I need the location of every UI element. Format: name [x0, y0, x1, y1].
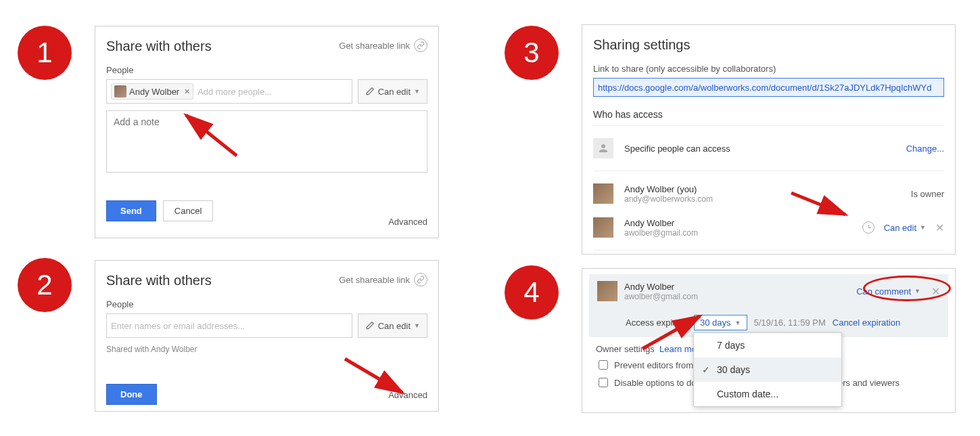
user-name: Andy Wolber — [624, 282, 849, 292]
caret-down-icon: ▼ — [920, 224, 926, 231]
prevent-editors-label: Prevent editors from c — [614, 360, 700, 370]
caret-down-icon: ▼ — [414, 88, 420, 95]
permission-label: Can edit — [884, 223, 916, 233]
chip-name: Andy Wolber — [129, 87, 179, 97]
avatar-icon — [597, 281, 617, 301]
permission-dropdown[interactable]: Can edit ▼ — [884, 223, 926, 233]
user-name: Andy Wolber (you) — [624, 184, 911, 194]
dialog-title: Sharing settings — [593, 37, 944, 53]
people-input[interactable]: Andy Wolber ✕ Add more people... — [106, 79, 352, 104]
person-generic-icon — [593, 138, 613, 158]
user-row: Andy Wolber awolber@gmail.com Can commen… — [589, 274, 948, 308]
share-url-input[interactable] — [593, 78, 944, 97]
people-label: People — [106, 299, 427, 309]
send-button[interactable]: Send — [106, 200, 156, 221]
people-input[interactable]: Enter names or email addresses... — [106, 313, 352, 338]
permission-dropdown[interactable]: Can edit ▼ — [358, 313, 427, 338]
prevent-editors-checkbox[interactable] — [599, 360, 608, 370]
share-dialog-2: Share with others Get shareable link Peo… — [95, 260, 439, 412]
caret-down-icon: ▼ — [914, 288, 920, 295]
access-visibility-row: Specific people can access Change... — [593, 131, 944, 165]
permission-label: Can edit — [378, 321, 411, 331]
expiration-date: 5/19/16, 11:59 PM — [754, 318, 826, 328]
link-share-label: Link to share (only accessible by collab… — [593, 64, 944, 74]
expires-label: Access expires: — [626, 318, 687, 328]
remove-user-x[interactable]: ✕ — [931, 285, 940, 298]
disable-download-checkbox[interactable] — [599, 378, 608, 387]
step-badge-2: 2 — [18, 258, 72, 312]
expiration-option-30days[interactable]: 30 days — [694, 357, 841, 382]
caret-down-icon: ▼ — [735, 320, 741, 326]
people-label: People — [106, 65, 427, 75]
get-shareable-link[interactable]: Get shareable link — [339, 39, 427, 52]
permission-dropdown[interactable]: Can comment ▼ — [856, 286, 920, 297]
note-textarea[interactable] — [106, 110, 427, 173]
get-shareable-link-label: Get shareable link — [339, 275, 410, 285]
permission-label: Can comment — [856, 286, 911, 297]
avatar-icon — [593, 183, 613, 204]
step-badge-3: 3 — [505, 26, 559, 80]
pencil-icon — [365, 321, 375, 330]
step-badge-4: 4 — [505, 265, 559, 320]
expiration-dropdown[interactable]: 30 days ▼ — [694, 315, 747, 330]
cancel-expiration-link[interactable]: Cancel expiration — [833, 318, 900, 328]
divider — [593, 125, 944, 126]
advanced-link[interactable]: Advanced — [388, 217, 427, 227]
pencil-icon — [365, 87, 375, 96]
who-has-access-label: Who has access — [593, 109, 944, 120]
done-button[interactable]: Done — [106, 384, 157, 405]
expiration-value: 30 days — [700, 318, 731, 328]
share-dialog-1: Share with others Get shareable link Peo… — [95, 26, 439, 238]
step-badge-1: 1 — [18, 26, 72, 80]
add-more-placeholder: Add more people... — [197, 87, 272, 97]
owner-settings-label: Owner settings — [596, 344, 655, 354]
link-icon — [414, 39, 427, 52]
get-shareable-link[interactable]: Get shareable link — [339, 273, 427, 286]
change-visibility-link[interactable]: Change... — [906, 144, 944, 154]
people-chip: Andy Wolber ✕ — [111, 83, 193, 100]
divider — [593, 250, 944, 250]
access-user-row-editor: Andy Wolber awolber@gmail.com Can edit ▼… — [593, 211, 944, 244]
people-placeholder: Enter names or email addresses... — [111, 321, 348, 331]
sharing-settings-dialog: Sharing settings Link to share (only acc… — [582, 24, 956, 255]
access-visibility-text: Specific people can access — [624, 144, 906, 154]
expiration-menu: 7 days 30 days Custom date... — [693, 332, 842, 407]
link-icon — [414, 273, 427, 286]
user-email: awolber@gmail.com — [624, 292, 849, 301]
divider — [593, 171, 944, 171]
shared-with-text: Shared with Andy Wolber — [106, 345, 427, 354]
advanced-link[interactable]: Advanced — [388, 390, 427, 400]
chip-remove-x[interactable]: ✕ — [184, 87, 190, 96]
remove-user-x[interactable]: ✕ — [935, 221, 944, 234]
user-name: Andy Wolber — [624, 218, 862, 228]
clock-icon[interactable] — [862, 221, 874, 234]
caret-down-icon: ▼ — [414, 322, 420, 329]
avatar-icon — [114, 85, 126, 97]
user-role: Is owner — [911, 189, 944, 199]
avatar-icon — [593, 217, 613, 238]
expiration-option-7days[interactable]: 7 days — [694, 333, 841, 357]
get-shareable-link-label: Get shareable link — [339, 41, 410, 51]
expiration-panel: Andy Wolber awolber@gmail.com Can commen… — [582, 268, 956, 413]
user-email: awolber@gmail.com — [624, 228, 862, 238]
cancel-button[interactable]: Cancel — [163, 200, 213, 221]
expiration-option-custom[interactable]: Custom date... — [694, 382, 841, 406]
permission-dropdown[interactable]: Can edit ▼ — [358, 79, 427, 104]
permission-label: Can edit — [378, 87, 411, 97]
access-user-row-owner: Andy Wolber (you) andy@wolberworks.com I… — [593, 177, 944, 211]
user-email: andy@wolberworks.com — [624, 194, 911, 204]
